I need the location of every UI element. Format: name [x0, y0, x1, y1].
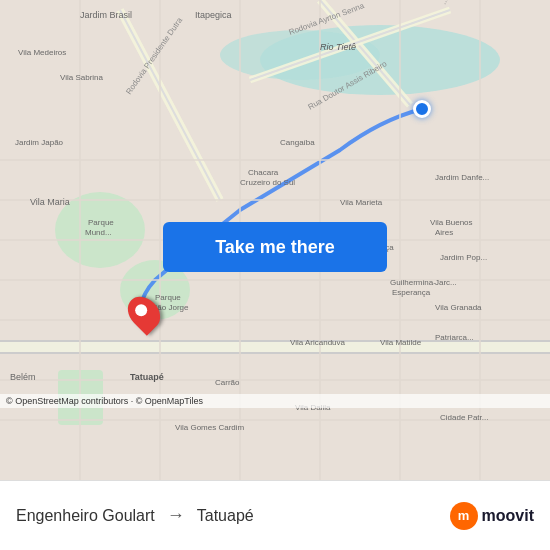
svg-text:Chacara: Chacara: [248, 168, 279, 177]
svg-text:Belém: Belém: [10, 372, 36, 382]
svg-rect-14: [0, 352, 550, 354]
svg-text:Jardim Brasil: Jardim Brasil: [80, 10, 132, 20]
svg-text:Vila Maria: Vila Maria: [30, 197, 70, 207]
svg-text:Jardim Pop...: Jardim Pop...: [440, 253, 487, 262]
svg-text:Jardim Japão: Jardim Japão: [15, 138, 64, 147]
svg-text:Itapegica: Itapegica: [195, 10, 232, 20]
svg-text:Carrão: Carrão: [215, 378, 240, 387]
svg-text:Cruzeiro do Sul: Cruzeiro do Sul: [240, 178, 295, 187]
map-container: Jardim Brasil Itapegica Vila Medeiros Vi…: [0, 0, 550, 480]
svg-text:Vila Aricanduva: Vila Aricanduva: [290, 338, 346, 347]
svg-rect-12: [0, 340, 550, 354]
svg-text:Cangaíba: Cangaíba: [280, 138, 315, 147]
moovit-text: moovit: [482, 507, 534, 525]
svg-text:Parque: Parque: [155, 293, 181, 302]
route-arrow: →: [167, 505, 185, 526]
svg-text:Vila Medeiros: Vila Medeiros: [18, 48, 66, 57]
moovit-icon: m: [450, 502, 478, 530]
svg-text:Vila Matilde: Vila Matilde: [380, 338, 422, 347]
svg-text:Mund...: Mund...: [85, 228, 112, 237]
svg-text:Tatuapé: Tatuapé: [130, 372, 164, 382]
svg-text:Vila Marieta: Vila Marieta: [340, 198, 383, 207]
svg-text:Vila Sabrina: Vila Sabrina: [60, 73, 104, 82]
svg-text:Parque: Parque: [88, 218, 114, 227]
route-from: Engenheiro Goulart: [16, 507, 155, 525]
route-to: Tatuapé: [197, 507, 254, 525]
svg-text:Rio Tietê: Rio Tietê: [320, 42, 356, 52]
svg-text:Jardim Danfe...: Jardim Danfe...: [435, 173, 489, 182]
svg-text:Jarc...: Jarc...: [435, 278, 457, 287]
svg-text:Patriarca...: Patriarca...: [435, 333, 474, 342]
take-me-there-button[interactable]: Take me there: [163, 222, 387, 272]
svg-text:Vila Gomes Cardim: Vila Gomes Cardim: [175, 423, 245, 432]
map-attribution: © OpenStreetMap contributors · © OpenMap…: [0, 394, 550, 408]
footer-bar: Engenheiro Goulart → Tatuapé m moovit: [0, 480, 550, 550]
svg-text:Esperança: Esperança: [392, 288, 431, 297]
svg-text:Vila Buenos: Vila Buenos: [430, 218, 473, 227]
origin-pin: [413, 100, 431, 118]
svg-text:Vila Granada: Vila Granada: [435, 303, 482, 312]
svg-text:Cidade Patr...: Cidade Patr...: [440, 413, 488, 422]
moovit-logo: m moovit: [450, 502, 534, 530]
svg-text:Guilhermina-: Guilhermina-: [390, 278, 436, 287]
svg-text:Aires: Aires: [435, 228, 453, 237]
